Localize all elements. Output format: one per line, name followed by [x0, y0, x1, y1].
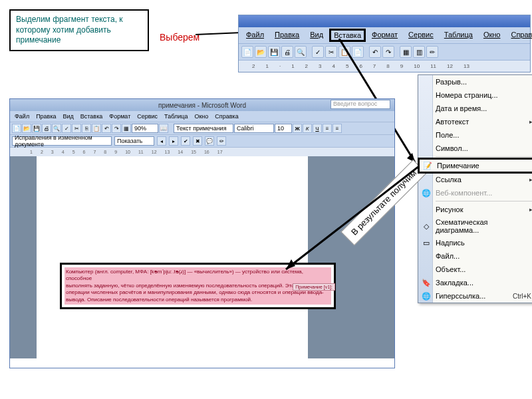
dd-reference[interactable]: Ссылка▸ [418, 173, 532, 186]
ww-style-combo[interactable]: Текст примечания [174, 124, 233, 133]
ww-menu-tools[interactable]: Сервис [135, 112, 160, 120]
diagram-icon: ◇ [421, 221, 432, 231]
annotation-choose: Выберем [160, 32, 200, 43]
ww-align-center[interactable]: ≡ [332, 124, 342, 133]
ww-preview[interactable]: 🔍 [52, 124, 61, 133]
window-titlebar: примечания - Microsoft Word Введите вопр… [10, 99, 394, 111]
globe-icon: 🌐 [421, 291, 432, 301]
ww-page[interactable] [37, 156, 308, 358]
ww-save[interactable]: 💾 [32, 124, 41, 133]
menu-help[interactable]: Справка [506, 29, 532, 42]
dd-autotext[interactable]: Автотекст▸ [418, 115, 532, 128]
table-button[interactable]: ▦ [400, 46, 412, 58]
ww-size-combo[interactable]: 10 [275, 124, 292, 133]
menu-edit[interactable]: Правка [270, 29, 304, 42]
ww-review-mode[interactable]: Исправления в измененном документе [12, 136, 112, 146]
cut-button[interactable]: ✂ [325, 46, 337, 58]
ww-open[interactable]: 📂 [22, 124, 31, 133]
ww-show-combo[interactable]: Показать [114, 136, 154, 146]
shortcut-label: Ctrl+K [513, 293, 531, 300]
menu-file[interactable]: Файл [241, 29, 269, 42]
redo-button[interactable]: ↷ [382, 46, 394, 58]
ww-italic[interactable]: К [303, 124, 312, 133]
word-menubar-crop: Файл Правка Вид Вставка Формат Сервис Та… [238, 15, 531, 72]
spell-button[interactable]: ✓ [312, 46, 324, 58]
ww-next-change[interactable]: ▸ [169, 136, 178, 146]
menu-view[interactable]: Вид [305, 29, 328, 42]
ww-zoom[interactable]: 90% [132, 124, 158, 133]
ww-standard-toolbar: 📄 📂 💾 🖨 🔍 ✓ ✂ ⎘ 📋 ↶ ↷ ▦ 90% 📖 Текст прим… [10, 122, 394, 134]
ww-menu-file[interactable]: Файл [13, 112, 31, 120]
window-title: примечания - Microsoft Word [158, 102, 246, 109]
ww-menu-table[interactable]: Таблица [162, 112, 190, 120]
ww-table[interactable]: ▦ [122, 124, 131, 133]
preview-button[interactable]: 🔍 [295, 46, 307, 58]
ww-reject[interactable]: ✖ [193, 136, 202, 146]
menu-table[interactable]: Таблица [440, 29, 477, 42]
dd-symbol[interactable]: Символ... [418, 142, 532, 155]
paste-button[interactable]: 📄 [352, 46, 364, 58]
ww-accept[interactable]: ✔ [181, 136, 190, 146]
dd-picture[interactable]: Рисунок▸ [418, 203, 532, 216]
ww-menu-view[interactable]: Вид [61, 112, 76, 120]
titlebar-strip [239, 15, 530, 27]
ww-prev-change[interactable]: ◂ [157, 136, 166, 146]
ww-print[interactable]: 🖨 [42, 124, 51, 133]
ww-undo[interactable]: ↶ [102, 124, 111, 133]
menu-insert[interactable]: Вставка [329, 29, 366, 42]
menu-window[interactable]: Окно [479, 29, 505, 42]
menubar: Файл Правка Вид Вставка Формат Сервис Та… [239, 27, 530, 43]
highlighted-paragraph: Компьютер (англ. computer, МФА: [kəmˈpju… [65, 267, 331, 305]
print-button[interactable]: 🖨 [281, 46, 293, 58]
ww-new[interactable]: 📄 [12, 124, 21, 133]
ww-menu-insert[interactable]: Вставка [78, 112, 104, 120]
help-search-box[interactable]: Введите вопрос [331, 100, 390, 109]
ww-align-left[interactable]: ≡ [323, 124, 332, 133]
dd-page-numbers[interactable]: Номера страниц... [418, 88, 532, 102]
dd-textbox[interactable]: ▭Надпись [418, 236, 532, 249]
dd-break[interactable]: Разрыв... [418, 75, 532, 88]
dd-file[interactable]: Файл... [418, 249, 532, 263]
ww-redo[interactable]: ↷ [112, 124, 121, 133]
ww-read[interactable]: 📖 [159, 124, 168, 133]
drawing-button[interactable]: ✏ [426, 46, 438, 58]
columns-button[interactable]: ▥ [413, 46, 425, 58]
ww-font-combo[interactable]: Calibri [234, 124, 274, 133]
chevron-right-icon: ▸ [529, 118, 532, 125]
new-button[interactable]: 📄 [241, 46, 253, 58]
dd-hyperlink[interactable]: 🌐Гиперссылка...Ctrl+K [418, 289, 532, 303]
textbox-icon: ▭ [421, 237, 432, 248]
ww-cut[interactable]: ✂ [72, 124, 81, 133]
open-button[interactable]: 📂 [255, 46, 267, 58]
word-window: примечания - Microsoft Word Введите вопр… [9, 98, 395, 368]
ww-new-comment[interactable]: 💬 [205, 136, 214, 146]
save-button[interactable]: 💾 [268, 46, 280, 58]
ww-underline[interactable]: Ч [313, 124, 322, 133]
dd-datetime[interactable]: Дата и время... [418, 102, 532, 115]
annotation-text: Выделим фрагмент текста, к которому хоти… [16, 15, 123, 45]
copy-button[interactable]: 📋 [338, 46, 350, 58]
ww-bold[interactable]: Ж [293, 124, 302, 133]
ww-menu-window[interactable]: Окно [192, 112, 210, 120]
chevron-right-icon: ▸ [529, 206, 532, 213]
dd-diagram[interactable]: ◇Схематическая диаграмма... [418, 216, 532, 236]
menu-tools[interactable]: Сервис [404, 29, 438, 42]
chevron-right-icon: ▸ [529, 176, 532, 183]
ww-track[interactable]: ✏ [217, 136, 226, 146]
ww-menu-help[interactable]: Справка [213, 112, 240, 120]
ww-ruler: 1234567891011121314151617 [10, 147, 394, 156]
menu-format[interactable]: Формат [367, 29, 402, 42]
undo-button[interactable]: ↶ [369, 46, 381, 58]
dd-field[interactable]: Поле... [418, 128, 532, 142]
insert-dropdown: Разрыв... Номера страниц... Дата и время… [418, 74, 532, 303]
ww-menu-edit[interactable]: Правка [34, 112, 58, 120]
dd-object[interactable]: Объект... [418, 263, 532, 276]
ww-copy[interactable]: ⎘ [82, 124, 91, 133]
dd-comment[interactable]: 📝Примечание [418, 158, 532, 174]
comment-balloon[interactable]: Примечание [v1]: [293, 283, 335, 291]
ww-paste[interactable]: 📋 [92, 124, 101, 133]
ww-menu-format[interactable]: Формат [107, 112, 132, 120]
ww-left-margin [10, 156, 37, 358]
dd-bookmark[interactable]: 🔖Закладка... [418, 276, 532, 289]
ww-spell[interactable]: ✓ [62, 124, 71, 133]
